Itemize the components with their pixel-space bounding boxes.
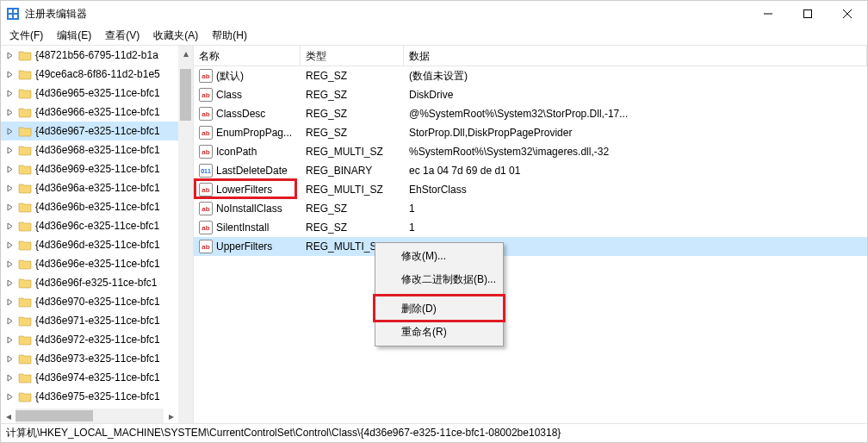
values-list[interactable]: ab(默认)REG_SZ(数值未设置)abClassREG_SZDiskDriv… — [194, 66, 867, 423]
titlebar: 注册表编辑器 — [1, 1, 867, 27]
tree-item[interactable]: {4d36e971-e325-11ce-bfc1 — [1, 311, 178, 330]
string-value-icon: ab — [199, 183, 213, 197]
binary-value-icon: 011 — [199, 164, 213, 178]
expander-icon[interactable] — [4, 241, 16, 249]
value-type: REG_BINARY — [301, 165, 404, 177]
value-type: REG_SZ — [301, 127, 404, 139]
expander-icon[interactable] — [4, 260, 16, 268]
value-row[interactable]: abEnumPropPag...REG_SZStorProp.Dll,DiskP… — [194, 123, 867, 142]
expander-icon[interactable] — [4, 393, 16, 401]
tree-item[interactable]: {4d36e965-e325-11ce-bfc1 — [1, 84, 178, 103]
value-data: DiskDrive — [404, 89, 867, 101]
tree-item[interactable]: {4d36e96f-e325-11ce-bfc1 — [1, 273, 178, 292]
maximize-button[interactable] — [788, 1, 828, 27]
value-type: REG_SZ — [301, 108, 404, 120]
tree-item[interactable]: {4d36e972-e325-11ce-bfc1 — [1, 330, 178, 349]
expander-icon[interactable] — [4, 90, 16, 97]
tree-item[interactable]: {4d36e96a-e325-11ce-bfc1 — [1, 178, 178, 197]
expander-icon[interactable] — [4, 184, 16, 192]
value-row[interactable]: abLowerFiltersREG_MULTI_SZEhStorClass — [194, 180, 867, 199]
tree-item[interactable]: {4d36e96e-e325-11ce-bfc1 — [1, 254, 178, 273]
value-data: EhStorClass — [404, 184, 867, 196]
context-separator — [379, 294, 499, 295]
tree-item[interactable]: {4d36e968-e325-11ce-bfc1 — [1, 140, 178, 159]
expander-icon[interactable] — [4, 71, 16, 78]
column-header-data[interactable]: 数据 — [404, 46, 867, 66]
folder-icon — [18, 390, 32, 403]
value-row[interactable]: abClassDescREG_SZ@%SystemRoot%\System32\… — [194, 104, 867, 123]
value-type: REG_SZ — [301, 203, 404, 215]
tree-item[interactable]: {49ce6ac8-6f86-11d2-b1e5 — [1, 65, 178, 84]
tree-panel: {48721b56-6795-11d2-b1a{49ce6ac8-6f86-11… — [1, 46, 194, 423]
menu-edit[interactable]: 编辑(E) — [52, 27, 96, 45]
expander-icon[interactable] — [4, 109, 16, 116]
scroll-left-icon[interactable]: ◂ — [1, 409, 16, 423]
tree-item[interactable]: {4d36e96c-e325-11ce-bfc1 — [1, 216, 178, 235]
column-header-type[interactable]: 类型 — [301, 46, 404, 66]
context-delete[interactable]: 删除(D) — [377, 297, 501, 321]
menu-view[interactable]: 查看(V) — [100, 27, 145, 45]
tree-item[interactable]: {4d36e970-e325-11ce-bfc1 — [1, 292, 178, 311]
menu-favorites[interactable]: 收藏夹(A) — [148, 27, 203, 45]
tree-item-label: {4d36e96a-e325-11ce-bfc1 — [34, 181, 162, 195]
value-name: Class — [216, 89, 242, 101]
value-row[interactable]: abUpperFiltersREG_MULTI_SZPartMgr — [194, 237, 867, 256]
expander-icon[interactable] — [4, 52, 16, 59]
expander-icon[interactable] — [4, 147, 16, 154]
expander-icon[interactable] — [4, 279, 16, 287]
tree-item-label: {48721b56-6795-11d2-b1a — [34, 48, 160, 62]
minimize-button[interactable] — [748, 1, 788, 27]
value-data: ec 1a 04 7d 69 de d1 01 — [404, 165, 867, 177]
expander-icon[interactable] — [4, 165, 16, 173]
value-row[interactable]: abNoInstallClassREG_SZ1 — [194, 199, 867, 218]
folder-icon — [18, 219, 32, 233]
folder-icon — [18, 257, 32, 271]
value-type: REG_SZ — [301, 70, 404, 82]
tree-horizontal-scrollbar[interactable]: ◂ ▸ — [1, 409, 178, 423]
context-modify[interactable]: 修改(M)... — [377, 245, 501, 268]
tree-item[interactable]: {4d36e973-e325-11ce-bfc1 — [1, 349, 178, 368]
tree-item[interactable]: {48721b56-6795-11d2-b1a — [1, 46, 178, 65]
folder-icon — [18, 314, 32, 328]
folder-icon — [18, 124, 32, 138]
svg-rect-3 — [9, 15, 12, 18]
tree-vertical-scrollbar[interactable]: ▴ ▾ — [178, 46, 193, 423]
tree-item[interactable]: {4d36e96b-e325-11ce-bfc1 — [1, 197, 178, 216]
context-rename[interactable]: 重命名(R) — [377, 321, 501, 344]
tree-item-label: {4d36e968-e325-11ce-bfc1 — [34, 143, 162, 157]
menubar: 文件(F) 编辑(E) 查看(V) 收藏夹(A) 帮助(H) — [1, 27, 867, 46]
close-button[interactable] — [828, 1, 867, 27]
value-row[interactable]: abClassREG_SZDiskDrive — [194, 85, 867, 104]
expander-icon[interactable] — [4, 336, 16, 344]
column-header-name[interactable]: 名称 — [194, 46, 301, 66]
tree-item[interactable]: {4d36e967-e325-11ce-bfc1 — [1, 122, 178, 140]
tree-item[interactable]: {4d36e969-e325-11ce-bfc1 — [1, 159, 178, 178]
expander-icon[interactable] — [4, 355, 16, 363]
value-row[interactable]: abSilentInstallREG_SZ1 — [194, 218, 867, 237]
scroll-right-icon[interactable]: ▸ — [164, 409, 178, 423]
tree-item[interactable]: {4d36e974-e325-11ce-bfc1 — [1, 368, 178, 387]
tree-item-label: {4d36e972-e325-11ce-bfc1 — [34, 333, 162, 346]
value-row[interactable]: abIconPathREG_MULTI_SZ%SystemRoot%\Syste… — [194, 142, 867, 161]
expander-icon[interactable] — [4, 222, 16, 230]
scroll-up-icon[interactable]: ▴ — [178, 46, 193, 60]
expander-icon[interactable] — [4, 128, 16, 135]
tree-item[interactable]: {4d36e96d-e325-11ce-bfc1 — [1, 235, 178, 254]
tree-item[interactable]: {4d36e966-e325-11ce-bfc1 — [1, 103, 178, 122]
tree-item[interactable]: {4d36e975-e325-11ce-bfc1 — [1, 387, 178, 406]
folder-icon — [18, 371, 32, 384]
menu-help[interactable]: 帮助(H) — [207, 27, 252, 45]
value-row[interactable]: ab(默认)REG_SZ(数值未设置) — [194, 66, 867, 85]
folder-icon — [18, 105, 32, 119]
menu-file[interactable]: 文件(F) — [4, 27, 48, 45]
svg-rect-2 — [14, 9, 17, 13]
value-name: LastDeleteDate — [216, 165, 288, 177]
statusbar-path: 计算机\HKEY_LOCAL_MACHINE\SYSTEM\CurrentCon… — [6, 426, 561, 440]
expander-icon[interactable] — [4, 298, 16, 306]
folder-icon — [18, 352, 32, 365]
context-modify-binary[interactable]: 修改二进制数据(B)... — [377, 268, 501, 291]
expander-icon[interactable] — [4, 374, 16, 382]
expander-icon[interactable] — [4, 317, 16, 325]
value-row[interactable]: 011LastDeleteDateREG_BINARYec 1a 04 7d 6… — [194, 161, 867, 180]
expander-icon[interactable] — [4, 203, 16, 211]
